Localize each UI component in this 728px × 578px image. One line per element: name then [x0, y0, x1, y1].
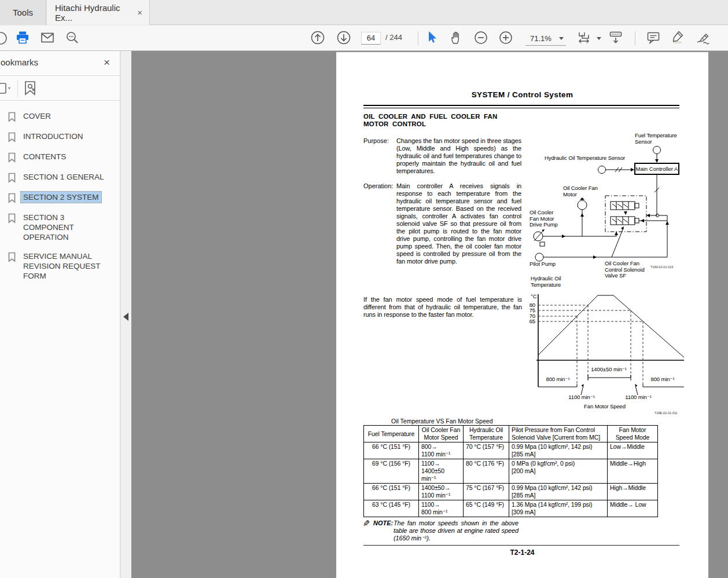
table-cell: 800→ 1100 min⁻¹ [419, 442, 464, 459]
bookmark-icon [8, 252, 16, 262]
partial-icon[interactable] [0, 31, 8, 46]
tab-tools[interactable]: Tools [0, 0, 46, 25]
chart-speed-right: 800 min⁻¹ [642, 376, 683, 383]
bookmark-label: INTRODUCTION [23, 131, 83, 141]
collapse-panel-icon[interactable] [123, 313, 128, 321]
table-cell: 0.99 Mpa (10 kgf/cm², 142 psi) [285 mA] [509, 484, 608, 500]
diagram-label-fan-motor: Oil Cooler Fan Motor [563, 185, 598, 197]
table-cell: 80 °C (176 °F) [464, 459, 509, 484]
bookmark-label: CONTENTS [23, 152, 66, 162]
table-header: Pilot Pressure from Fan Control Solenoid… [509, 426, 608, 442]
bookmark-item-section2[interactable]: SECTION 2 SYSTEM [0, 188, 120, 208]
operation-label: Operation: [363, 182, 393, 189]
tab-document[interactable]: Hitachi Hydraulic Ex... × [47, 0, 150, 25]
diagram-label-fuel-sensor: Fuel Temperature Sensor [635, 133, 677, 145]
note-label: NOTE: [373, 520, 393, 526]
bookmark-item-service-manual[interactable]: SERVICE MANUAL REVISION REQUEST FORM [0, 247, 119, 286]
diagram-label-hyd-sensor: Hydraulic Oil Temperature Sensor [545, 155, 625, 162]
bookmark-item-section1[interactable]: SECTION 1 GENERAL [0, 167, 120, 188]
acrobat-window: Tools Hitachi Hydraulic Ex... × [0, 0, 728, 578]
footer-rule [363, 545, 679, 546]
document-canvas[interactable]: SYSTEM / Control System OIL COOLER AND F… [131, 51, 728, 578]
comment-icon[interactable] [646, 30, 661, 45]
bookmark-item-introduction[interactable]: INTRODUCTION [0, 127, 120, 147]
pdf-page: SYSTEM / Control System OIL COOLER AND F… [336, 52, 708, 578]
bookmark-icon [8, 152, 16, 163]
bookmark-label: COVER [23, 111, 51, 121]
table-header: Oil Cooler Fan Motor Speed [419, 426, 464, 442]
bookmark-label: SECTION 2 SYSTEM [21, 192, 101, 203]
goto-bookmark-icon[interactable] [23, 81, 38, 97]
diagram-label-drive-pump: Oil Cooler Fan Motor Drive Pump [530, 210, 558, 228]
bookmark-item-cover[interactable]: COVER [0, 107, 120, 127]
note-pencil-icon: ✎ [363, 518, 370, 529]
bookmarks-toolbar [0, 76, 120, 101]
chart-speed-mid: 1400±50 min⁻¹ [583, 367, 635, 373]
table-row: 69 °C (156 °F) 1100→ 1400±50 min⁻¹ 80 °C… [364, 459, 658, 484]
table-cell: 0.99 Mpa (10 kgf/cm², 142 psi) [285 mA] [509, 442, 608, 459]
page-number-input[interactable]: 64 [361, 32, 381, 45]
highlight-icon[interactable] [670, 30, 685, 45]
main-toolbar: 64 / 244 71.1% [0, 25, 728, 51]
hand-tool-icon[interactable] [448, 30, 464, 45]
collapse-toolbar-icon[interactable] [608, 30, 623, 45]
document-page-number: T2-1-24 [336, 548, 708, 557]
print-icon[interactable] [15, 30, 30, 45]
table-header-row: Fuel Temperature Oil Cooler Fan Motor Sp… [364, 426, 658, 442]
table-header: Fuel Temperature [364, 426, 419, 442]
diagram-main-controller-box: Main Controller A [634, 163, 679, 175]
purpose-text: Changes the fan motor speed in three sta… [396, 137, 521, 175]
bookmark-icon [8, 132, 16, 142]
search-icon[interactable] [65, 30, 80, 45]
bookmarks-list: COVER INTRODUCTION CONTENTS SECTION 1 GE… [0, 107, 120, 286]
fill-sign-icon[interactable] [696, 30, 711, 45]
purpose-label: Purpose: [363, 137, 389, 144]
zoom-out-icon[interactable] [473, 30, 488, 45]
chart-speed-low2: 1100 min⁻¹ [618, 394, 659, 401]
table-row: 63 °C (145 °F) 1100→ 800 min⁻¹ 65 °C (14… [364, 500, 658, 517]
fit-width-icon[interactable] [577, 30, 592, 45]
table-row: 66 °C (151 °F) 800→ 1100 min⁻¹ 70 °C (15… [364, 442, 658, 459]
fan-mode-text: If the fan motor speed mode of fuel temp… [363, 296, 522, 319]
table-cell: 1.36 Mpa (14 kgf/cm², 199 psi) [309 mA] [509, 500, 608, 517]
table-cell: Middle→ Low [608, 500, 658, 517]
bookmark-options-icon[interactable] [0, 82, 13, 96]
panel-collapse-strip [121, 51, 131, 578]
tab-document-label: Hitachi Hydraulic Ex... [55, 3, 136, 23]
chart-tick-65: 65 [524, 319, 535, 325]
bookmark-icon [8, 193, 16, 203]
close-icon[interactable]: × [104, 56, 110, 69]
chart-x-axis-label: Fan Motor Speed [567, 404, 642, 410]
table-cell: 66 °C (151 °F) [364, 442, 419, 459]
previous-page-icon[interactable] [310, 30, 325, 45]
operation-text: Main controller A receives signals in re… [396, 182, 521, 265]
hydraulic-diagram [524, 132, 681, 274]
bookmark-item-contents[interactable]: CONTENTS [0, 147, 120, 167]
email-icon[interactable] [40, 30, 55, 45]
note-text: The fan motor speeds shown in the above … [394, 520, 519, 542]
chart-y-unit: °C [531, 294, 536, 300]
page-total-label: / 244 [385, 33, 402, 42]
table-cell: 0 MPa (0 kgf/cm², 0 psi) [200 mA] [509, 459, 608, 484]
bookmarks-header: ookmarks × [0, 51, 120, 76]
table-cell: 65 °C (149 °F) [464, 500, 509, 517]
diagram-label-pilot-pump: Pilot Pump [530, 261, 556, 268]
table-cell: 1400±50→ 1100 min⁻¹ [419, 484, 464, 500]
table-row: 66 °C (151 °F) 1400±50→ 1100 min⁻¹ 75 °C… [364, 484, 658, 500]
bookmarks-title: ookmarks [1, 57, 38, 67]
bookmark-icon [8, 173, 16, 183]
bookmark-item-section3[interactable]: SECTION 3 COMPONENT OPERATION [0, 208, 116, 247]
chart-y-axis-title: Hydraulic Oil Temperature [531, 276, 561, 288]
zoom-level-value: 71.1% [530, 34, 551, 43]
tab-close-icon[interactable]: × [136, 8, 144, 17]
next-page-icon[interactable] [336, 30, 351, 45]
select-tool-icon[interactable] [424, 30, 439, 45]
toolbar-separator [635, 31, 635, 45]
chevron-down-icon[interactable] [597, 37, 601, 40]
table-cell: 1100→ 800 min⁻¹ [419, 500, 464, 517]
zoom-level-dropdown[interactable]: 71.1% [525, 32, 566, 46]
zoom-in-icon[interactable] [498, 30, 513, 45]
chart-figure-number: T18E-02-01-011 [655, 411, 678, 415]
chart-speed-left: 800 min⁻¹ [538, 376, 578, 383]
table-cell: 66 °C (151 °F) [364, 484, 419, 500]
